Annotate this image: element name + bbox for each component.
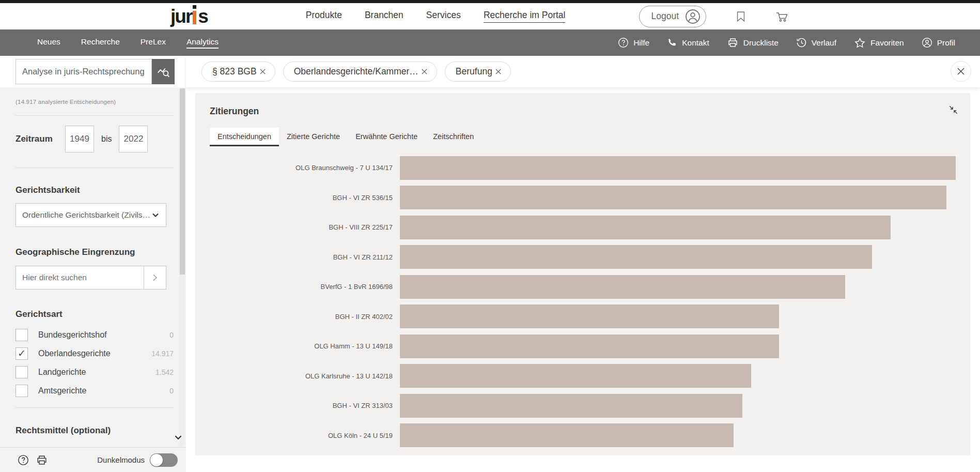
- chart-bar[interactable]: [400, 216, 891, 239]
- toolbar-action-favoriten[interactable]: Favoriten: [854, 37, 904, 49]
- chart-track: [400, 245, 956, 269]
- juris-logo[interactable]: jurs: [170, 9, 208, 24]
- toolbar-nav-neues[interactable]: Neues: [37, 37, 60, 49]
- checkbox[interactable]: [15, 366, 28, 378]
- logo-text-left: jur: [170, 9, 192, 24]
- profile-icon: [922, 37, 932, 48]
- toolbar-action-kontakt[interactable]: Kontakt: [667, 37, 709, 49]
- bookmark-icon[interactable]: [735, 10, 746, 23]
- panel-tabs: EntscheidungenZitierte GerichteErwähnte …: [210, 128, 956, 146]
- filter-chip[interactable]: Berufung: [445, 62, 511, 82]
- secondary-toolbar: NeuesRecherchePreLexAnalytics Hilfe Kont…: [0, 29, 980, 56]
- logout-label: Logout: [651, 11, 679, 22]
- chart-category-label: BGH - VIII ZR 225/17: [210, 223, 400, 231]
- chart-bar[interactable]: [400, 304, 779, 328]
- zitierungen-panel: Zitierungen EntscheidungenZitierte Geric…: [195, 93, 970, 455]
- chart-bar[interactable]: [400, 156, 956, 180]
- gerichtsart-option[interactable]: Amtsgerichte 0: [15, 382, 174, 400]
- sidebar-footer: Dunkelmodus: [0, 447, 186, 472]
- option-count: 14.917: [151, 349, 174, 358]
- chart-bar[interactable]: [400, 394, 742, 418]
- analysis-search-input[interactable]: [15, 59, 152, 84]
- help-circle-icon[interactable]: [18, 454, 29, 466]
- tab-zeitschriften[interactable]: Zeitschriften: [425, 128, 481, 146]
- gerichtsart-option[interactable]: Oberlandesgerichte 14.917: [15, 344, 174, 363]
- gerichtsart-option[interactable]: Landgerichte 1.542: [15, 363, 174, 382]
- chart-bar[interactable]: [400, 334, 779, 358]
- chart-bar[interactable]: [400, 245, 872, 269]
- filter-sidebar: (14.917 analysierte Entscheidungen) Zeit…: [0, 56, 186, 472]
- print-icon[interactable]: [36, 454, 48, 466]
- main-content: § 823 BGB Oberlandesgerichte/Kammer… Ber…: [186, 56, 980, 472]
- year-to-input[interactable]: [119, 126, 148, 153]
- bis-label: bis: [101, 134, 112, 144]
- option-count: 1.542: [155, 368, 174, 376]
- chart-row: BGH - VIII ZR 225/17: [210, 212, 956, 242]
- chart-row: OLG Hamm - 13 U 149/18: [210, 331, 956, 361]
- divider: [15, 168, 174, 168]
- header-nav-services[interactable]: Services: [426, 10, 461, 23]
- rechtsmittel-heading: Rechtsmittel (optional): [15, 425, 174, 436]
- remove-chip-icon[interactable]: [259, 68, 267, 75]
- chart-track: [400, 186, 956, 209]
- filter-chip[interactable]: Oberlandesgerichte/Kammer…: [283, 62, 437, 82]
- geo-search-submit-button[interactable]: [144, 266, 166, 290]
- geo-search-input[interactable]: [15, 266, 144, 290]
- collapse-panel-icon[interactable]: [948, 104, 959, 115]
- toolbar-action-verlauf[interactable]: Verlauf: [796, 37, 836, 49]
- sidebar-scroll-down-icon[interactable]: [174, 433, 183, 442]
- toolbar-nav: NeuesRecherchePreLexAnalytics: [37, 37, 219, 49]
- cart-icon[interactable]: [775, 10, 789, 23]
- chart-track: [400, 156, 956, 180]
- toolbar-action-hilfe[interactable]: Hilfe: [618, 37, 649, 49]
- toolbar-nav-recherche[interactable]: Recherche: [81, 37, 120, 49]
- chart-track: [400, 364, 956, 388]
- sidebar-search-row: [0, 56, 186, 87]
- filter-chip-bar: § 823 BGB Oberlandesgerichte/Kammer… Ber…: [186, 56, 980, 87]
- header-nav-produkte[interactable]: Produkte: [306, 10, 342, 23]
- chart-row: BGH - VI ZR 211/12: [210, 242, 956, 272]
- sidebar-scrollbar-thumb[interactable]: [180, 88, 185, 275]
- tab-erwähnte-gerichte[interactable]: Erwähnte Gerichte: [348, 128, 425, 146]
- history-icon: [796, 37, 807, 48]
- remove-chip-icon[interactable]: [421, 68, 428, 75]
- chart-category-label: OLG Hamm - 13 U 149/18: [210, 342, 400, 350]
- toolbar-nav-analytics[interactable]: Analytics: [186, 37, 219, 49]
- header-nav-recherche-im-portal[interactable]: Recherche im Portal: [484, 10, 566, 23]
- chart-bar[interactable]: [400, 423, 734, 447]
- remove-chip-icon[interactable]: [494, 68, 502, 75]
- tab-entscheidungen[interactable]: Entscheidungen: [210, 128, 279, 146]
- chart-category-label: BGH - VI ZR 211/12: [210, 253, 400, 261]
- year-from-input[interactable]: [65, 126, 94, 153]
- close-analysis-button[interactable]: [951, 61, 971, 82]
- gerichtsbarkeit-select[interactable]: Ordentliche Gerichtsbarkeit (Zivils…: [15, 203, 166, 227]
- chart-bar[interactable]: [400, 186, 946, 209]
- toolbar-action-druckliste[interactable]: Druckliste: [727, 37, 779, 49]
- checkbox[interactable]: [15, 329, 28, 341]
- geo-search-row: [15, 266, 174, 290]
- dark-mode-toggle[interactable]: [150, 453, 178, 467]
- chart-track: [400, 275, 956, 299]
- chart-category-label: OLG Köln - 24 U 5/19: [210, 432, 400, 439]
- chart-bar[interactable]: [400, 364, 751, 388]
- analytics-search-icon[interactable]: [152, 59, 175, 84]
- filter-chip[interactable]: § 823 BGB: [201, 62, 275, 82]
- checkbox[interactable]: [15, 347, 28, 360]
- toolbar-action-profil[interactable]: Profil: [922, 37, 955, 49]
- main-header: jurs ProdukteBranchenServicesRecherche i…: [0, 3, 980, 29]
- toolbar-nav-prelex[interactable]: PreLex: [141, 37, 166, 49]
- checkbox[interactable]: [15, 385, 28, 397]
- gerichtsart-options: Bundesgerichtshof 0 Oberlandesgerichte 1…: [15, 326, 174, 400]
- divider: [15, 407, 174, 408]
- header-nav-branchen[interactable]: Branchen: [365, 10, 403, 23]
- chart-track: [400, 394, 956, 418]
- chart-bar[interactable]: [400, 275, 845, 299]
- gerichtsart-option[interactable]: Bundesgerichtshof 0: [15, 326, 174, 344]
- logout-button[interactable]: Logout: [639, 6, 706, 27]
- chart-category-label: BGH - VI ZR 536/15: [210, 194, 400, 202]
- gerichtsart-heading: Gerichtsart: [15, 309, 174, 319]
- phone-icon: [667, 38, 677, 48]
- sidebar-scrollbar[interactable]: [179, 88, 185, 446]
- chart-track: [400, 216, 956, 239]
- tab-zitierte-gerichte[interactable]: Zitierte Gerichte: [279, 128, 348, 146]
